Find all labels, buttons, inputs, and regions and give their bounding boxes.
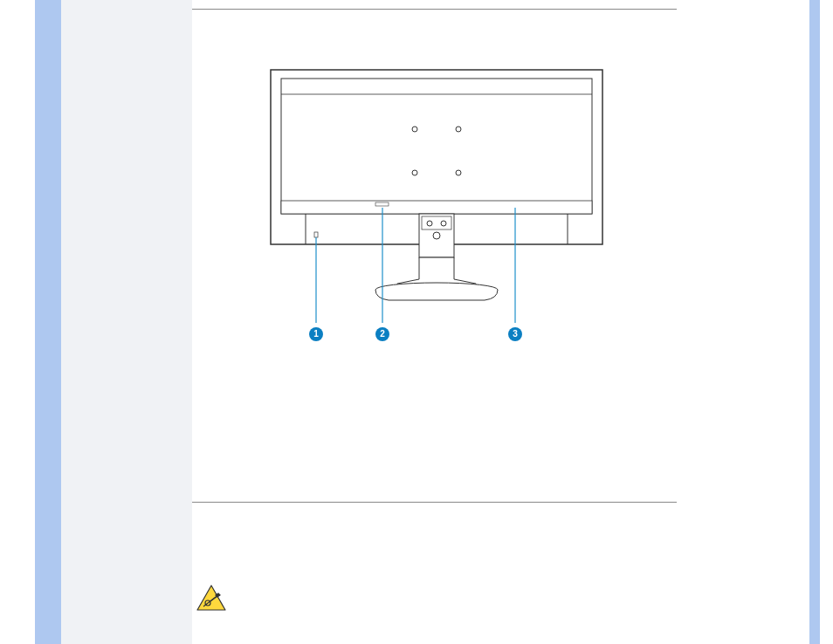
- callout-1: 1: [309, 327, 323, 341]
- monitor-svg: [262, 61, 611, 323]
- callout-2: 2: [375, 327, 389, 341]
- svg-rect-7: [281, 201, 592, 214]
- callout-3: 3: [508, 327, 522, 341]
- left-sidebar-bg: [61, 0, 192, 644]
- svg-rect-1: [281, 79, 592, 214]
- section-divider-bottom: [192, 502, 677, 503]
- svg-marker-22: [197, 586, 225, 610]
- monitor-back-diagram: [262, 61, 611, 326]
- content-area: 1 2 3: [192, 0, 809, 644]
- svg-rect-17: [314, 232, 318, 237]
- svg-rect-11: [422, 216, 451, 230]
- right-frame-bar: [809, 0, 820, 644]
- caution-icon: [196, 585, 226, 614]
- section-divider-top: [192, 9, 677, 10]
- svg-rect-18: [375, 202, 389, 206]
- left-frame-bar: [35, 0, 61, 644]
